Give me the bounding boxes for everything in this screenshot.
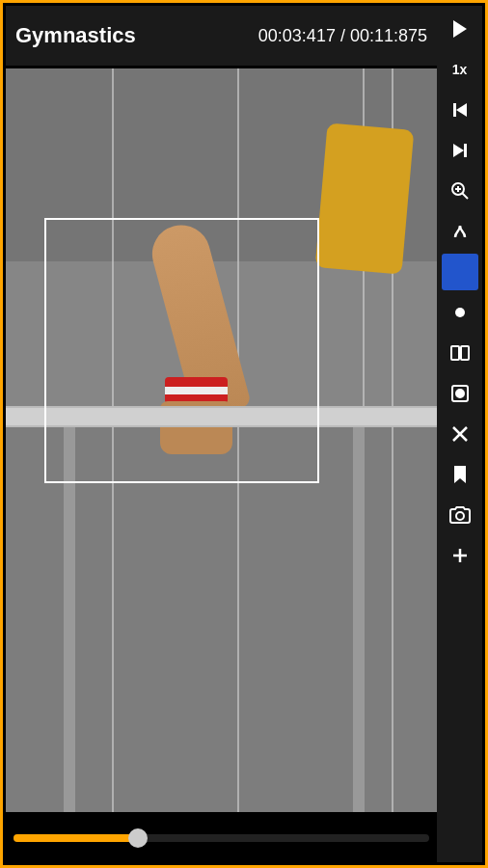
video-time: 00:03:417 / 00:11:875 bbox=[258, 26, 427, 46]
svg-rect-11 bbox=[461, 346, 469, 360]
curve-tool-button[interactable] bbox=[442, 213, 478, 250]
time-current: 00:03:417 bbox=[258, 26, 336, 45]
svg-rect-10 bbox=[451, 346, 459, 360]
selection-box bbox=[44, 218, 319, 483]
svg-point-16 bbox=[456, 512, 464, 520]
progress-track[interactable] bbox=[14, 834, 429, 842]
split-view-button[interactable] bbox=[442, 335, 478, 371]
color-button[interactable] bbox=[442, 254, 478, 290]
svg-marker-2 bbox=[456, 103, 467, 117]
time-total: 00:11:875 bbox=[350, 26, 427, 45]
speed-label: 1x bbox=[452, 62, 468, 77]
prev-frame-button[interactable] bbox=[442, 92, 478, 128]
record-button[interactable] bbox=[442, 375, 478, 412]
next-frame-button[interactable] bbox=[442, 132, 478, 169]
video-title: Gymnastics bbox=[15, 23, 136, 48]
close-button[interactable] bbox=[442, 416, 478, 452]
svg-line-6 bbox=[462, 194, 468, 200]
progress-bar-container[interactable] bbox=[6, 814, 437, 862]
video-area[interactable] bbox=[6, 68, 437, 812]
speed-button[interactable]: 1x bbox=[442, 51, 478, 88]
screenshot-button[interactable] bbox=[442, 497, 478, 533]
svg-point-13 bbox=[456, 390, 464, 397]
video-frame bbox=[6, 68, 437, 812]
svg-rect-1 bbox=[453, 103, 456, 117]
zoom-in-button[interactable] bbox=[442, 173, 478, 209]
right-toolbar: 1x bbox=[437, 6, 482, 862]
svg-point-9 bbox=[455, 308, 465, 317]
progress-fill bbox=[14, 834, 138, 842]
dot-button[interactable] bbox=[442, 294, 478, 331]
progress-thumb[interactable] bbox=[128, 828, 148, 848]
gymnast-hair bbox=[315, 122, 415, 274]
play-button[interactable] bbox=[442, 11, 478, 47]
add-button[interactable] bbox=[442, 537, 478, 574]
bookmark-button[interactable] bbox=[442, 456, 478, 493]
support-pole-right bbox=[353, 416, 365, 812]
svg-rect-3 bbox=[464, 144, 467, 157]
svg-marker-4 bbox=[453, 144, 464, 157]
header: Gymnastics 00:03:417 / 00:11:875 bbox=[6, 6, 437, 66]
svg-marker-0 bbox=[453, 20, 467, 38]
app-container: Gymnastics 00:03:417 / 00:11:875 bbox=[0, 0, 488, 868]
